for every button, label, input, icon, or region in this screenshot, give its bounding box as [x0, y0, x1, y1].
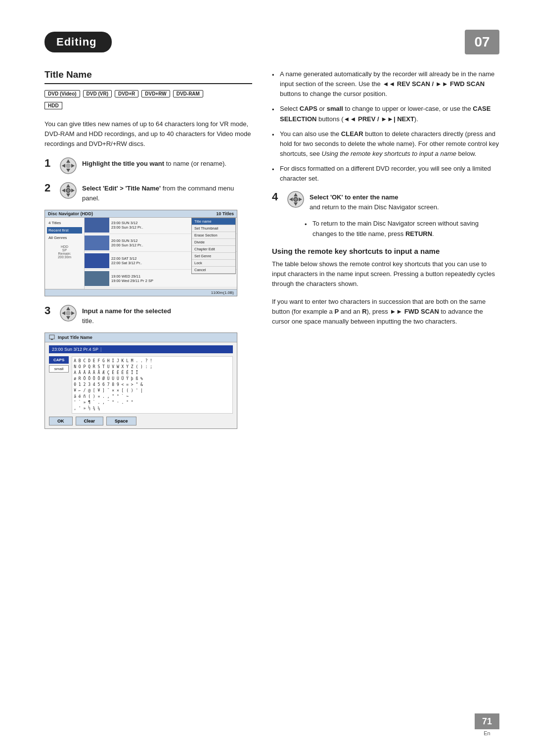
input-left-buttons: CAPS small — [49, 356, 69, 414]
svg-rect-20 — [51, 339, 53, 340]
ctx-title-name[interactable]: Title name — [192, 218, 235, 225]
clear-button[interactable]: Clear — [76, 417, 104, 425]
step-3: 3 Input a name for the selected title. — [44, 304, 252, 326]
ctx-erase-section[interactable]: Erase Section — [192, 232, 235, 239]
svg-point-18 — [66, 311, 71, 316]
disc-navigator-screen: Disc Navigator (HDD) 10 Titles 4 Titles … — [44, 210, 237, 296]
thumb-4 — [85, 271, 109, 286]
ctx-lock[interactable]: Lock — [192, 260, 235, 267]
step-3-main: Input a name for the selected — [82, 307, 171, 315]
row-info-2: 20:00 SUN 3/1220:00 Sun 3/12 Pr.. — [111, 238, 143, 248]
input-screen-body: 23:00 Sun 3/12 Pr.4 SP | CAPS small A B … — [45, 342, 237, 428]
bullet-2: • Select CAPS or small to change to uppe… — [272, 104, 499, 124]
svg-point-5 — [66, 163, 71, 168]
step-1-sub: to name (or rename). — [166, 160, 226, 167]
dpad-icon-3 — [59, 304, 77, 322]
page: Editing 07 Title Name DVD (Video) DVD (V… — [0, 0, 534, 756]
input-footer: OK Clear Space — [49, 417, 233, 425]
ctx-set-genre[interactable]: Set Genre — [192, 253, 235, 260]
step-1-main: Highlight the title you want — [82, 160, 164, 167]
step-4: 4 Select 'OK' to enter the name and retu… — [272, 190, 499, 212]
intro-text: You can give titles new names of up to 6… — [44, 119, 252, 149]
input-screen-title: Input Title Name — [58, 335, 92, 340]
using-remote-note: If you want to enter two characters in s… — [272, 297, 499, 327]
screen-footer-text: 1100m(1.0B) — [211, 290, 234, 295]
row-info-4: 19:00 WED 29/1119:00 Wed 29/11 Pr 2 SP — [111, 274, 153, 284]
panel-4titles: 4 Titles — [47, 220, 82, 226]
ctx-chapter-edit[interactable]: Chapter Edit — [192, 246, 235, 253]
page-footer: 71 En — [475, 713, 499, 736]
char-grid: A B C D E F G H I J K L M . . ? ! N O P … — [72, 356, 233, 414]
svg-point-27 — [294, 198, 297, 201]
screen-title: Disc Navigator (HDD) — [48, 211, 93, 216]
recording-info: 23:00 Sun 3/12 Pr.4 SP — [52, 347, 98, 352]
chapter-title-box: Editing — [44, 32, 112, 52]
ctx-set-thumbnail[interactable]: Set Thumbnail — [192, 225, 235, 232]
panel-recent: Recent first — [47, 227, 82, 234]
bullet-text-4: For discs formatted on a different DVD r… — [280, 164, 499, 184]
input-title-screen: Input Title Name 23:00 Sun 3/12 Pr.4 SP … — [44, 332, 237, 429]
thumb-3 — [85, 253, 109, 268]
step-4-area: 4 Select 'OK' to enter the name and retu… — [272, 190, 499, 238]
ctx-cancel[interactable]: Cancel — [192, 267, 235, 274]
using-remote-intro: The table below shows the remote control… — [272, 259, 499, 289]
step-3-text: Input a name for the selected title. — [82, 304, 171, 326]
screen-header: Disc Navigator (HDD) 10 Titles — [45, 210, 237, 218]
screen-body: 4 Titles Recent first All Genres HDDSP R… — [45, 218, 237, 289]
step-2: 2 Select 'Edit' > 'Title Name' from the … — [44, 182, 252, 203]
cursor-indicator: | — [100, 347, 101, 352]
compat-dvd-vr: DVD (VR) — [83, 90, 112, 97]
bullet-3: • You can also use the CLEAR button to d… — [272, 129, 499, 159]
step-3-sub: title. — [82, 317, 94, 325]
thumb-2 — [85, 236, 109, 250]
dpad-icon-4 — [287, 190, 305, 208]
step-1-text: Highlight the title you want to name (or… — [82, 157, 226, 169]
panel-allgenres: All Genres — [47, 235, 82, 241]
compat-dvd-video: DVD (Video) — [44, 90, 80, 97]
section-title: Title Name — [44, 69, 252, 84]
svg-rect-19 — [49, 335, 54, 339]
bullet-dot-1: • — [272, 70, 276, 99]
dpad-icon-1 — [59, 157, 77, 175]
ctx-divide[interactable]: Divide — [192, 239, 235, 246]
step-4-text: Select 'OK' to enter the name and return… — [310, 190, 439, 212]
step-4-sub: and return to the main Disc Navigator sc… — [310, 203, 439, 211]
compat-row: DVD (Video) DVD (VR) DVD+R DVD+RW DVD-RA… — [44, 90, 252, 97]
step-2-text: Select 'Edit' > 'Title Name' from the co… — [82, 182, 252, 203]
using-remote-title: Using the remote key shortcuts to input … — [272, 247, 499, 255]
context-menu: Title name Set Thumbnail Erase Section D… — [191, 218, 236, 274]
step-1: 1 Highlight the title you want to name (… — [44, 157, 252, 175]
step-4-bullet: • To return to the main Disc Navigator s… — [305, 219, 499, 238]
step-4-number: 4 — [272, 190, 282, 203]
content-columns: Title Name DVD (Video) DVD (VR) DVD+R DV… — [44, 69, 499, 437]
header-bar: Editing 07 — [44, 30, 499, 54]
compat-section: DVD (Video) DVD (VR) DVD+R DVD+RW DVD-RA… — [44, 90, 252, 113]
dpad-icon-2 — [59, 182, 77, 199]
right-column: • A name generated automatically by the … — [272, 69, 499, 437]
bullet-dot-3: • — [272, 130, 276, 159]
bullet-dot-4: • — [272, 165, 276, 184]
step-4-bullet-dot: • — [305, 220, 309, 238]
step-4-bullet-text: To return to the main Disc Navigator scr… — [312, 219, 499, 238]
caps-button[interactable]: CAPS — [49, 356, 69, 364]
page-lang: En — [484, 730, 490, 736]
chapter-title: Editing — [56, 36, 97, 48]
compat-dvdplusrw: DVD+RW — [141, 90, 170, 97]
input-screen-header: Input Title Name — [45, 333, 237, 342]
bullet-section-top: • A name generated automatically by the … — [272, 69, 499, 184]
step-2-number: 2 — [44, 182, 54, 194]
small-button[interactable]: small — [49, 365, 69, 373]
panel-hdd: HDDSP — [47, 245, 82, 252]
space-button[interactable]: Space — [106, 417, 136, 425]
hdd-badge: HDD — [44, 102, 62, 109]
left-column: Title Name DVD (Video) DVD (VR) DVD+R DV… — [44, 69, 252, 437]
screen-title-count: 10 Titles — [216, 211, 234, 216]
screen-footer: 1100m(1.0B) — [45, 289, 237, 296]
bullet-text-2: Select CAPS or small to change to upper … — [280, 104, 499, 124]
bullet-text-3: You can also use the CLEAR button to del… — [280, 129, 499, 159]
compat-dvd-ram: DVD-RAM — [173, 90, 203, 97]
step-2-main: Select 'Edit' > 'Title Name' — [82, 185, 161, 192]
svg-point-12 — [67, 189, 70, 192]
ok-button[interactable]: OK — [49, 417, 73, 425]
compat-dvdplusr: DVD+R — [115, 90, 138, 97]
